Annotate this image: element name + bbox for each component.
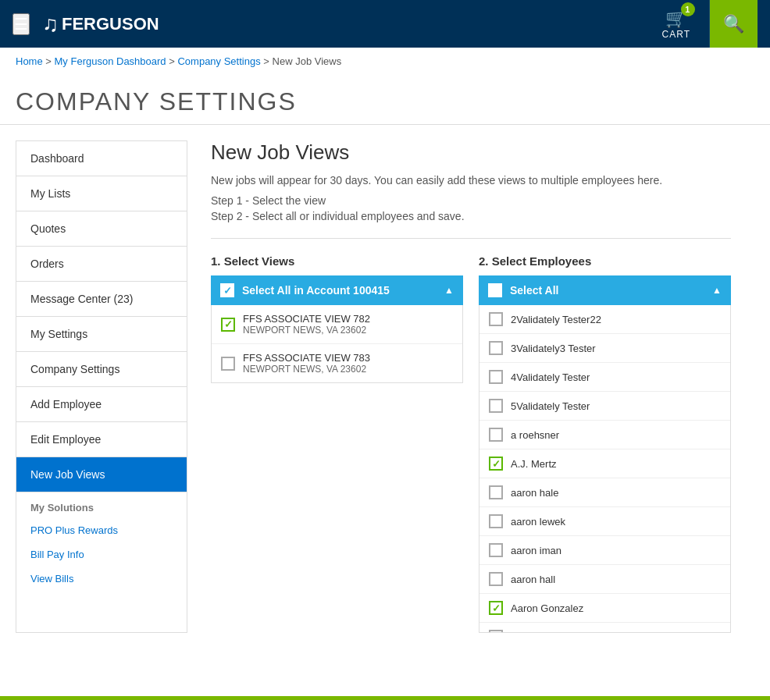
emp-checkbox-1[interactable]: [489, 341, 503, 355]
emp-check-mark-5: ✓: [492, 458, 501, 470]
emp-name-6: aaron hale: [511, 487, 558, 499]
content-title: New Job Views: [211, 140, 731, 165]
emp-name-3: 5Validately Tester: [511, 400, 590, 412]
header-left: ☰ ♫ FERGUSON: [12, 12, 159, 37]
search-icon: 🔍: [723, 14, 744, 34]
content-steps: Step 1 - Select the view Step 2 - Select…: [211, 194, 731, 239]
sidebar-item-message-center[interactable]: Message Center (23): [16, 282, 187, 317]
view-label-1: FFS ASSOCIATE VIEW 783: [243, 352, 370, 364]
employee-item-0[interactable]: 2Validately Tester22: [479, 305, 730, 334]
emp-checkbox-6[interactable]: [489, 485, 503, 499]
sidebar-sub-view-bills[interactable]: View Bills: [16, 567, 187, 591]
emp-name-8: aaron iman: [511, 545, 561, 556]
emp-checkbox-3[interactable]: [489, 399, 503, 413]
employees-select-all-checkbox[interactable]: [488, 283, 502, 297]
emp-checkbox-9[interactable]: [489, 572, 503, 586]
logo: ♫ FERGUSON: [42, 12, 159, 37]
emp-check-mark-10: ✓: [492, 602, 501, 614]
logo-text: FERGUSON: [62, 14, 159, 34]
emp-checkbox-8[interactable]: [489, 543, 503, 557]
view-check-mark-0: ✓: [224, 318, 233, 330]
employee-item-3[interactable]: 5Validately Tester: [479, 392, 730, 421]
sidebar: Dashboard My Lists Quotes Orders Message…: [16, 140, 187, 633]
views-dropdown-arrow: ▲: [444, 285, 454, 296]
sidebar-item-my-lists[interactable]: My Lists: [16, 176, 187, 211]
cart-icon-wrap: 🛒 1: [665, 9, 687, 29]
views-column-title: 1. Select Views: [211, 254, 463, 268]
employee-item-11[interactable]: Aaron Franzen: [479, 623, 730, 633]
sidebar-item-edit-employee[interactable]: Edit Employee: [16, 422, 187, 457]
sidebar-item-dashboard[interactable]: Dashboard: [16, 141, 187, 176]
emp-checkbox-10[interactable]: ✓: [489, 601, 503, 615]
cart-badge: 1: [681, 2, 695, 16]
view-item-0[interactable]: ✓ FFS ASSOCIATE VIEW 782 NEWPORT NEWS, V…: [212, 305, 462, 344]
sidebar-item-new-job-views[interactable]: New Job Views: [16, 457, 187, 492]
sidebar-item-company-settings[interactable]: Company Settings: [16, 352, 187, 387]
views-header-label: Select All in Account 100415: [242, 284, 444, 297]
employee-item-8[interactable]: aaron iman: [479, 536, 730, 565]
employees-dropdown-arrow: ▲: [712, 285, 722, 296]
employee-item-7[interactable]: aaron lewek: [479, 507, 730, 536]
content-step2: Step 2 - Select all or individual employ…: [211, 210, 731, 222]
sidebar-item-quotes[interactable]: Quotes: [16, 211, 187, 247]
emp-name-11: Aaron Franzen: [511, 631, 578, 634]
breadcrumb-company-settings[interactable]: Company Settings: [177, 55, 260, 67]
employees-dropdown-header[interactable]: Select All ▲: [479, 275, 731, 305]
emp-checkbox-5[interactable]: ✓: [489, 457, 503, 471]
employees-column-title: 2. Select Employees: [479, 254, 731, 268]
view-sublabel-0: NEWPORT NEWS, VA 23602: [243, 325, 370, 336]
hamburger-button[interactable]: ☰: [12, 13, 30, 35]
employees-column: 2. Select Employees Select All ▲ 2Valida…: [479, 254, 731, 633]
employee-item-9[interactable]: aaron hall: [479, 565, 730, 594]
breadcrumb-home[interactable]: Home: [16, 55, 43, 67]
emp-checkbox-11[interactable]: [489, 630, 503, 633]
content-step1: Step 1 - Select the view: [211, 194, 731, 207]
emp-checkbox-7[interactable]: [489, 514, 503, 528]
breadcrumb: Home > My Ferguson Dashboard > Company S…: [0, 48, 770, 75]
employee-item-5[interactable]: ✓ A.J. Mertz: [479, 449, 730, 478]
header-right: 🛒 1 CART 🔍: [643, 0, 758, 48]
view-sublabel-1: NEWPORT NEWS, VA 23602: [243, 364, 370, 375]
emp-name-7: aaron lewek: [511, 516, 565, 528]
emp-checkbox-2[interactable]: [489, 370, 503, 384]
my-solutions-header: My Solutions: [16, 492, 187, 518]
emp-name-2: 4Validately Tester: [511, 371, 590, 383]
emp-name-4: a roehsner: [511, 429, 559, 441]
employees-header-label: Select All: [510, 284, 712, 297]
search-button[interactable]: 🔍: [710, 0, 758, 48]
emp-name-9: aaron hall: [511, 574, 555, 585]
employee-item-6[interactable]: aaron hale: [479, 478, 730, 507]
emp-name-10: Aaron Gonzalez: [511, 602, 583, 614]
cart-button[interactable]: 🛒 1 CART: [643, 0, 710, 48]
breadcrumb-dashboard[interactable]: My Ferguson Dashboard: [55, 55, 166, 67]
emp-checkbox-0[interactable]: [489, 312, 503, 326]
employee-item-4[interactable]: a roehsner: [479, 421, 730, 449]
sidebar-item-add-employee[interactable]: Add Employee: [16, 387, 187, 422]
page-title-section: COMPANY SETTINGS: [0, 75, 770, 125]
view-checkbox-1[interactable]: [221, 357, 235, 371]
employee-item-1[interactable]: 3Validately3 Tester: [479, 334, 730, 363]
page-title: COMPANY SETTINGS: [16, 87, 754, 116]
employee-item-2[interactable]: 4Validately Tester: [479, 363, 730, 392]
employees-list: 2Validately Tester22 3Validately3 Tester…: [479, 305, 731, 633]
view-checkbox-0[interactable]: ✓: [221, 318, 235, 332]
site-header: ☰ ♫ FERGUSON 🛒 1 CART 🔍: [0, 0, 770, 48]
sidebar-item-orders[interactable]: Orders: [16, 247, 187, 282]
employee-item-10[interactable]: ✓ Aaron Gonzalez: [479, 594, 730, 623]
logo-symbol: ♫: [42, 12, 59, 37]
emp-checkbox-4[interactable]: [489, 428, 503, 442]
views-list: ✓ FFS ASSOCIATE VIEW 782 NEWPORT NEWS, V…: [211, 305, 463, 383]
main-layout: Dashboard My Lists Quotes Orders Message…: [0, 125, 770, 648]
select-columns: 1. Select Views ✓ Select All in Account …: [211, 254, 731, 633]
sidebar-item-my-settings[interactable]: My Settings: [16, 317, 187, 352]
emp-name-0: 2Validately Tester22: [511, 314, 601, 325]
views-select-all-checkbox[interactable]: ✓: [220, 283, 234, 297]
sidebar-sub-bill-pay[interactable]: Bill Pay Info: [16, 542, 187, 567]
views-dropdown-header[interactable]: ✓ Select All in Account 100415 ▲: [211, 275, 463, 305]
cart-label: CART: [662, 29, 690, 40]
sidebar-sub-pro-plus[interactable]: PRO Plus Rewards: [16, 518, 187, 542]
content-description: New jobs will appear for 30 days. You ca…: [211, 174, 731, 187]
emp-name-5: A.J. Mertz: [511, 458, 557, 470]
view-item-1[interactable]: FFS ASSOCIATE VIEW 783 NEWPORT NEWS, VA …: [212, 344, 462, 382]
emp-name-1: 3Validately3 Tester: [511, 343, 596, 354]
